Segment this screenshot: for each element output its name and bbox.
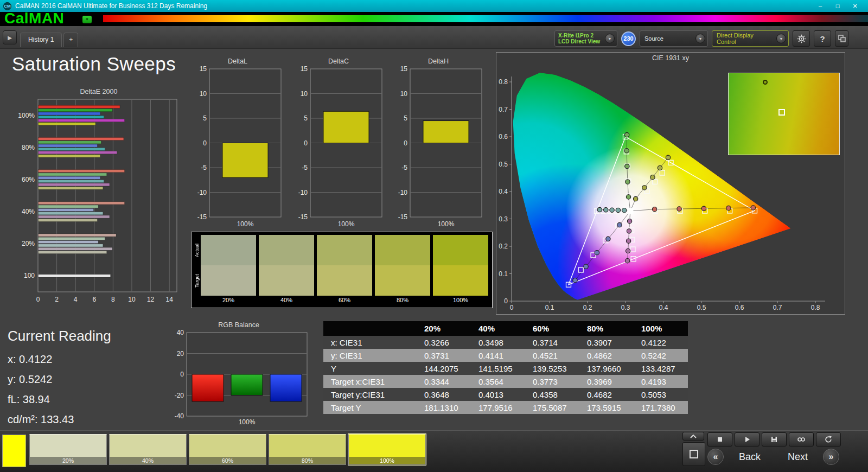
table-cell: 0.4521 [525,349,579,362]
saturation-patch-60%[interactable]: 60% [189,434,266,465]
help-button[interactable]: ? [814,30,831,47]
table-cell: 0.4141 [471,349,525,362]
play-icon [743,435,751,444]
target-swatch [259,265,314,296]
svg-text:-10: -10 [197,189,207,196]
display-control-dropdown[interactable]: Direct Display Control ▼ [712,30,789,47]
close-button[interactable]: ✕ [851,3,859,10]
svg-text:0.6: 0.6 [735,304,744,311]
back-chevron-button[interactable]: « [707,449,724,465]
svg-text:100%: 100% [338,220,355,228]
table-cell: 0.5053 [634,388,688,401]
svg-text:0: 0 [504,297,508,305]
cie-1931-chart: CIE 1931 xy 00.10.20.30.40.50.60.70.800.… [496,52,845,315]
target-swatch [433,265,488,296]
chart-title: CIE 1931 xy [496,53,845,62]
svg-text:80%: 80% [22,144,35,151]
nav-expand-button[interactable]: ▶ [3,30,17,44]
svg-text:0.2: 0.2 [583,304,592,311]
svg-text:0.4: 0.4 [659,304,668,311]
svg-text:40%: 40% [22,208,35,215]
svg-text:0: 0 [510,304,514,311]
save-button[interactable] [762,432,787,447]
target-row-label: Target [193,265,201,296]
refresh-button[interactable] [816,432,841,447]
next-chevron-button[interactable]: » [823,449,839,465]
deltal-plot: 151050-5-10-15100% [191,66,284,230]
svg-text:10: 10 [301,90,308,98]
back-button[interactable]: Back [727,449,773,465]
play-button[interactable] [735,432,760,447]
target-swatch [375,265,430,296]
svg-text:6: 6 [92,296,96,303]
current-reading-panel: Current Reading x: 0.4122y: 0.5242fL: 38… [8,328,111,433]
layout-mode-button[interactable] [682,442,705,466]
saturation-patch-20%[interactable]: 20% [29,434,107,465]
table-cell: 133.4287 [634,362,688,375]
chart-title: DeltaC [292,58,385,66]
patch-label: 80% [269,457,346,464]
saturation-patch-40%[interactable]: 40% [109,434,187,465]
table-col-header: 60% [525,321,579,336]
workspace-layout-button[interactable] [835,30,848,47]
saturation-patch-80%[interactable]: 80% [269,434,346,465]
meter-count-badge: 230 [621,31,636,46]
svg-text:-20: -20 [175,392,184,399]
chart-title: DeltaE 2000 [16,88,181,97]
saturation-patch-100%[interactable]: 100% [348,434,426,465]
source-dropdown[interactable]: Source ▼ [640,30,708,47]
swatch-label: 40% [259,296,314,305]
deltac-chart: DeltaC 151050-5-10-15100% [292,58,385,232]
table-cell: 0.4682 [579,388,634,401]
bottom-bar: 20%40%60%80%100% « [0,430,868,472]
meter-name: X-Rite i1Pro 2 [558,33,602,39]
meter-dropdown[interactable]: X-Rite i1Pro 2 LCD Direct View ▼ [554,30,617,47]
table-cell: 0.3498 [471,336,525,349]
chevron-down-icon[interactable]: ▼ [776,34,786,43]
patch-label: 20% [30,457,106,464]
swatch-column-60%: 60% [317,235,372,308]
source-label: Source [640,35,693,42]
svg-text:5: 5 [404,114,407,122]
save-icon [770,435,778,444]
table-cell: 0.4122 [634,336,688,349]
svg-text:10: 10 [400,90,408,98]
svg-text:0: 0 [203,139,207,147]
rgb-balance-plot: 40200-20-40100% [166,330,311,428]
next-button[interactable]: Next [776,449,820,465]
svg-text:15: 15 [301,66,308,73]
table-cell: 0.4862 [579,349,634,362]
svg-text:0: 0 [36,296,40,303]
cie-zoom-inset [728,73,840,155]
swatch-column-20%: 20% [201,235,256,308]
help-icon: ? [820,34,825,43]
maximize-button[interactable]: □ [833,3,842,10]
svg-text:0: 0 [404,139,407,147]
chevron-down-icon[interactable]: ▼ [695,34,705,43]
table-cell: 0.5242 [634,349,688,362]
target-swatch [201,265,256,296]
settings-button[interactable] [793,30,810,47]
brand-menu-button[interactable]: ▼ [82,16,92,23]
panel-side-controls [682,432,705,466]
continuous-loop-button[interactable] [789,432,814,447]
deltae-2000-chart: DeltaE 2000 02468101214100%80%60%40%20%1… [16,88,181,308]
minimize-button[interactable]: – [816,3,825,10]
svg-text:0.1: 0.1 [499,270,508,278]
stop-button[interactable] [707,432,732,447]
patch-label: 100% [349,457,425,464]
plus-icon: + [69,36,73,43]
table-col-header: 20% [417,321,471,336]
chevron-down-icon[interactable]: ▼ [605,34,615,43]
current-reading-title: Current Reading [8,328,111,345]
table-cell: 171.7380 [634,401,688,414]
svg-text:40: 40 [177,330,184,336]
tab-history-1[interactable]: History 1 [20,33,62,47]
tab-add-button[interactable]: + [63,33,78,47]
svg-text:5: 5 [304,114,308,122]
panel-collapse-button[interactable] [682,432,704,441]
table-row-label: Target x:CIE31 [323,375,417,388]
table-cell: 0.4358 [525,388,579,401]
actual-row-label: Actual [193,235,201,265]
table-row: Target y:CIE310.36480.40130.43580.46820.… [323,388,688,401]
